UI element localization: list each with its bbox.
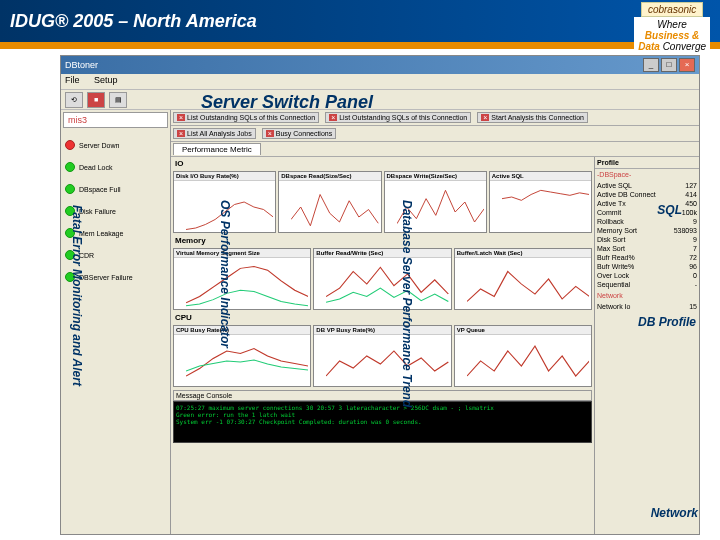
menu-setup[interactable]: Setup — [94, 75, 118, 85]
sidebar: mis3 Server DownDead LockDBspace FullDis… — [61, 110, 171, 534]
profile-network-header[interactable]: Network — [595, 290, 699, 301]
status-dot-green-icon — [65, 272, 75, 282]
profile-row: Max Sort7 — [597, 244, 697, 253]
profile-row: Active DB Connect414 — [597, 190, 697, 199]
main-panel: ×List Outstanding SQLs of this Connectio… — [171, 110, 699, 534]
tagline: Where Business & Data Converge — [634, 17, 710, 54]
profile-row: Bufr Read%72 — [597, 253, 697, 262]
chart-box[interactable]: Active SQL — [489, 171, 592, 233]
chart-title: Virtual Memory Segment Size — [174, 249, 310, 258]
maximize-button[interactable]: □ — [661, 58, 677, 72]
message-console[interactable]: 07:25:27 maximum server connections 30 2… — [173, 401, 592, 443]
chart-box[interactable]: CPU Busy Rate(%) — [173, 325, 311, 387]
toolbar: ⟲ ■ ▤ — [61, 90, 699, 110]
tool-btn-stop[interactable]: ■ — [87, 92, 105, 108]
chart-title: DB VP Busy Rate(%) — [314, 326, 450, 335]
status-label: Dead Lock — [79, 164, 112, 171]
status-label: CDR — [79, 252, 94, 259]
chart-box[interactable]: VP Queue — [454, 325, 592, 387]
cobra-badge: cobrasonic — [641, 2, 703, 17]
profile-hot[interactable]: -DBSpace- — [595, 169, 699, 180]
status-item[interactable]: Disk Failure — [63, 200, 168, 222]
status-label: Disk Failure — [79, 208, 116, 215]
header-right: cobrasonic Where Business & Data Converg… — [634, 2, 710, 54]
chart-box[interactable]: Buffer/Latch Wait (Sec) — [454, 248, 592, 310]
tabbar: Performance Metric — [171, 142, 699, 157]
chart-box[interactable]: DBspace Write(Size/Sec) — [384, 171, 487, 233]
conn-btn-4[interactable]: ×Busy Connections — [262, 128, 337, 139]
profile-row: Over Lock0 — [597, 271, 697, 280]
chart-box[interactable]: Buffer Read/Write (Sec) — [313, 248, 451, 310]
chart-box[interactable]: Disk I/O Busy Rate(%) — [173, 171, 276, 233]
chart-box[interactable]: Virtual Memory Segment Size — [173, 248, 311, 310]
status-label: DBspace Full — [79, 186, 121, 193]
chart-box[interactable]: DBspace Read(Size/Sec) — [278, 171, 381, 233]
profile-panel: Profile -DBSpace- Active SQL127Active DB… — [594, 157, 699, 534]
section-mem: Memory — [171, 234, 594, 247]
chart-title: Buffer Read/Write (Sec) — [314, 249, 450, 258]
status-dot-green-icon — [65, 162, 75, 172]
profile-row: Rollback9 — [597, 217, 697, 226]
profile-row: Commit100k — [597, 208, 697, 217]
profile-row: Network Io15 — [597, 302, 697, 311]
status-dot-green-icon — [65, 184, 75, 194]
chart-title: DBspace Write(Size/Sec) — [385, 172, 486, 181]
section-io: IO — [171, 157, 594, 170]
conference-header: IDUG® 2005 – North America cobrasonic Wh… — [0, 0, 720, 42]
status-dot-red-icon — [65, 140, 75, 150]
status-label: Mem Leakage — [79, 230, 123, 237]
status-list: Server DownDead LockDBspace FullDisk Fai… — [61, 130, 170, 292]
profile-row: Disk Sort9 — [597, 235, 697, 244]
status-item[interactable]: Server Down — [63, 134, 168, 156]
chart-title: DBspace Read(Size/Sec) — [279, 172, 380, 181]
conn-btn-3[interactable]: ×List All Analysis Jobs — [173, 128, 256, 139]
profile-row: Bufr Write%96 — [597, 262, 697, 271]
status-dot-green-icon — [65, 228, 75, 238]
chart-title: Active SQL — [490, 172, 591, 181]
charts-area: IO Disk I/O Busy Rate(%)DBspace Read(Siz… — [171, 157, 594, 534]
status-item[interactable]: CDR — [63, 244, 168, 266]
chart-title: VP Queue — [455, 326, 591, 335]
tool-btn-1[interactable]: ⟲ — [65, 92, 83, 108]
connection-bar2: ×List All Analysis Jobs ×Busy Connection… — [171, 126, 699, 142]
status-item[interactable]: DBspace Full — [63, 178, 168, 200]
conn-btn-1[interactable]: ×List Outstanding SQLs of this Connectio… — [173, 112, 319, 123]
conn-btn-5[interactable]: ×Start Analysis this Connection — [477, 112, 588, 123]
profile-row: Sequential- — [597, 280, 697, 289]
server-switch-title: Server Switch Panel — [201, 92, 373, 113]
status-dot-green-icon — [65, 206, 75, 216]
conference-title: IDUG® 2005 – North America — [10, 11, 257, 32]
chart-title: CPU Busy Rate(%) — [174, 326, 310, 335]
chart-title: Disk I/O Busy Rate(%) — [174, 172, 275, 181]
chart-box[interactable]: DB VP Busy Rate(%) — [313, 325, 451, 387]
status-item[interactable]: Dead Lock — [63, 156, 168, 178]
chart-title: Buffer/Latch Wait (Sec) — [455, 249, 591, 258]
status-item[interactable]: Mem Leakage — [63, 222, 168, 244]
status-item[interactable]: DBServer Failure — [63, 266, 168, 288]
tab-performance[interactable]: Performance Metric — [173, 143, 261, 155]
profile-row: Memory Sort538093 — [597, 226, 697, 235]
profile-row: Active SQL127 — [597, 181, 697, 190]
tool-btn-3[interactable]: ▤ — [109, 92, 127, 108]
profile-net-rows: Network Io15 — [595, 301, 699, 312]
conn-btn-2[interactable]: ×List Outstanding SQLs of this Connectio… — [325, 112, 471, 123]
section-cpu: CPU — [171, 311, 594, 324]
profile-header: Profile — [595, 157, 699, 169]
profile-rows: Active SQL127Active DB Connect414Active … — [595, 180, 699, 290]
status-label: Server Down — [79, 142, 119, 149]
titlebar-text: DBtoner — [65, 60, 641, 70]
close-button[interactable]: × — [679, 58, 695, 72]
console-header: Message Console — [173, 390, 592, 401]
profile-row: Active Tx450 — [597, 199, 697, 208]
sidebar-server-name[interactable]: mis3 — [63, 112, 168, 128]
minimize-button[interactable]: _ — [643, 58, 659, 72]
status-label: DBServer Failure — [79, 274, 133, 281]
app-window: DBtoner _ □ × File Setup ⟲ ■ ▤ Server Sw… — [60, 55, 700, 535]
status-dot-green-icon — [65, 250, 75, 260]
orange-divider — [0, 42, 720, 49]
titlebar[interactable]: DBtoner _ □ × — [61, 56, 699, 74]
menubar: File Setup — [61, 74, 699, 90]
menu-file[interactable]: File — [65, 75, 80, 85]
